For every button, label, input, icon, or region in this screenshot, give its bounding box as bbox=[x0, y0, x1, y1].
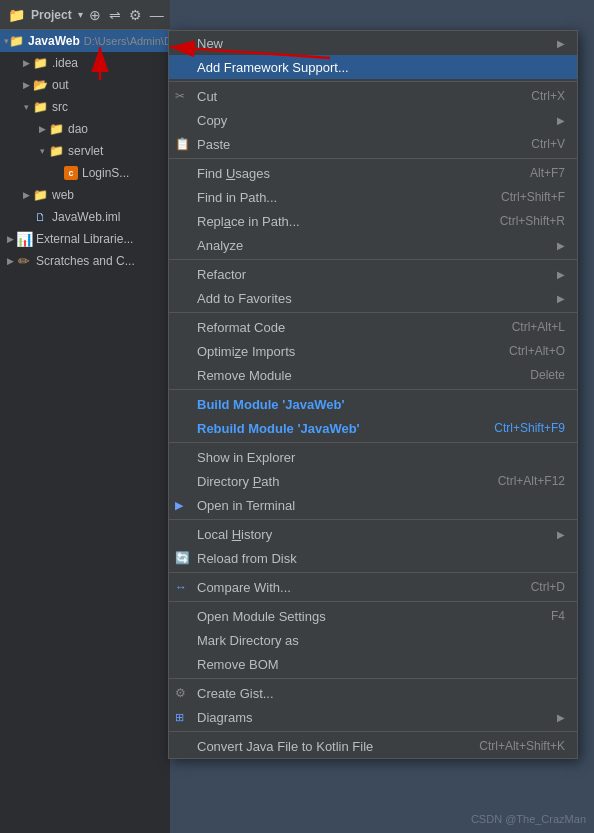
menu-item-rebuild[interactable]: Rebuild Module 'JavaWeb' Ctrl+Shift+F9 bbox=[169, 416, 577, 440]
menu-shortcut-find-usages: Alt+F7 bbox=[530, 166, 565, 180]
menu-label-local-history: Local History bbox=[197, 527, 549, 542]
menu-item-add-framework[interactable]: Add Framework Support... bbox=[169, 55, 577, 79]
tree-arrow-dao: ▶ bbox=[36, 124, 48, 134]
menu-item-favorites[interactable]: Add to Favorites ▶ bbox=[169, 286, 577, 310]
menu-label-compare: Compare With... bbox=[197, 580, 511, 595]
menu-label-create-gist: Create Gist... bbox=[197, 686, 565, 701]
menu-shortcut-compare: Ctrl+D bbox=[531, 580, 565, 594]
menu-label-rebuild: Rebuild Module 'JavaWeb' bbox=[197, 421, 474, 436]
menu-label-mark-dir: Mark Directory as bbox=[197, 633, 565, 648]
menu-item-reload[interactable]: 🔄 Reload from Disk bbox=[169, 546, 577, 570]
paste-icon: 📋 bbox=[175, 137, 190, 151]
tree-item-out[interactable]: ▶ 📂 out bbox=[0, 74, 170, 96]
folder-icon-web: 📁 bbox=[32, 187, 48, 203]
menu-sep-6 bbox=[169, 442, 577, 443]
panel-title: Project bbox=[31, 8, 72, 22]
menu-item-remove-module[interactable]: Remove Module Delete bbox=[169, 363, 577, 387]
menu-item-reformat[interactable]: Reformat Code Ctrl+Alt+L bbox=[169, 315, 577, 339]
menu-item-paste[interactable]: 📋 Paste Ctrl+V bbox=[169, 132, 577, 156]
menu-item-diagrams[interactable]: ⊞ Diagrams ▶ bbox=[169, 705, 577, 729]
tree-item-javaweb[interactable]: ▾ 📁 JavaWeb D:\Users\Admin\Desktop\JavaW… bbox=[0, 30, 170, 52]
menu-item-refactor[interactable]: Refactor ▶ bbox=[169, 262, 577, 286]
panel-dropdown-arrow[interactable]: ▾ bbox=[78, 9, 83, 20]
menu-item-remove-bom[interactable]: Remove BOM bbox=[169, 652, 577, 676]
menu-sep-1 bbox=[169, 81, 577, 82]
java-icon-loginservlet: c bbox=[64, 166, 78, 180]
tree-label-servlet: servlet bbox=[68, 144, 103, 158]
menu-label-optimize: Optimize Imports bbox=[197, 344, 489, 359]
menu-item-mark-dir[interactable]: Mark Directory as bbox=[169, 628, 577, 652]
menu-label-find-usages: Find Usages bbox=[197, 166, 510, 181]
tree-item-extlibs[interactable]: ▶ 📊 External Librarie... bbox=[0, 228, 170, 250]
tree-item-idea[interactable]: ▶ 📁 .idea bbox=[0, 52, 170, 74]
minimize-icon[interactable]: — bbox=[150, 7, 164, 23]
tree-item-loginservlet[interactable]: ▶ c LoginS... bbox=[0, 162, 170, 184]
tree-item-web[interactable]: ▶ 📁 web bbox=[0, 184, 170, 206]
tree-label-javaweb: JavaWeb bbox=[28, 34, 80, 48]
tree-arrow-src: ▾ bbox=[20, 102, 32, 112]
tree-arrow-out: ▶ bbox=[20, 80, 32, 90]
menu-item-show-explorer[interactable]: Show in Explorer bbox=[169, 445, 577, 469]
menu-item-terminal[interactable]: ▶ Open in Terminal bbox=[169, 493, 577, 517]
panel-folder-icon: 📁 bbox=[8, 7, 25, 23]
menu-item-dir-path[interactable]: Directory Path Ctrl+Alt+F12 bbox=[169, 469, 577, 493]
tree-arrow-servlet: ▾ bbox=[36, 146, 48, 156]
project-panel: 📁 Project ▾ ⊕ ⇌ ⚙ — ▾ 📁 JavaWeb D:\Users… bbox=[0, 0, 170, 833]
tree-item-src[interactable]: ▾ 📁 src bbox=[0, 96, 170, 118]
menu-arrow-new: ▶ bbox=[557, 38, 565, 49]
menu-item-build[interactable]: Build Module 'JavaWeb' bbox=[169, 392, 577, 416]
menu-item-convert-kotlin[interactable]: Convert Java File to Kotlin File Ctrl+Al… bbox=[169, 734, 577, 758]
menu-label-remove-module: Remove Module bbox=[197, 368, 510, 383]
tree-item-servlet[interactable]: ▾ 📁 servlet bbox=[0, 140, 170, 162]
menu-item-module-settings[interactable]: Open Module Settings F4 bbox=[169, 604, 577, 628]
panel-toolbar: ⊕ ⇌ ⚙ — bbox=[89, 7, 164, 23]
locate-icon[interactable]: ⊕ bbox=[89, 7, 101, 23]
menu-item-find-path[interactable]: Find in Path... Ctrl+Shift+F bbox=[169, 185, 577, 209]
menu-shortcut-module-settings: F4 bbox=[551, 609, 565, 623]
tree-label-out: out bbox=[52, 78, 69, 92]
menu-label-find-path: Find in Path... bbox=[197, 190, 481, 205]
menu-sep-5 bbox=[169, 389, 577, 390]
menu-sep-11 bbox=[169, 731, 577, 732]
folder-icon-dao: 📁 bbox=[48, 121, 64, 137]
settings-icon[interactable]: ⚙ bbox=[129, 7, 142, 23]
menu-arrow-copy: ▶ bbox=[557, 115, 565, 126]
menu-label-cut: Cut bbox=[197, 89, 511, 104]
menu-item-replace-path[interactable]: Replace in Path... Ctrl+Shift+R bbox=[169, 209, 577, 233]
menu-shortcut-remove-module: Delete bbox=[530, 368, 565, 382]
menu-item-optimize[interactable]: Optimize Imports Ctrl+Alt+O bbox=[169, 339, 577, 363]
menu-item-local-history[interactable]: Local History ▶ bbox=[169, 522, 577, 546]
iml-icon: 🗋 bbox=[32, 209, 48, 225]
menu-label-module-settings: Open Module Settings bbox=[197, 609, 531, 624]
menu-label-convert-kotlin: Convert Java File to Kotlin File bbox=[197, 739, 459, 754]
watermark: CSDN @The_CrazMan bbox=[471, 813, 586, 825]
tree-item-dao[interactable]: ▶ 📁 dao bbox=[0, 118, 170, 140]
tree-label-dao: dao bbox=[68, 122, 88, 136]
tree-label-scratches: Scratches and C... bbox=[36, 254, 135, 268]
menu-item-compare[interactable]: ↔ Compare With... Ctrl+D bbox=[169, 575, 577, 599]
folder-icon-out: 📂 bbox=[32, 77, 48, 93]
menu-shortcut-convert-kotlin: Ctrl+Alt+Shift+K bbox=[479, 739, 565, 753]
menu-label-build: Build Module 'JavaWeb' bbox=[197, 397, 565, 412]
tree-label-iml: JavaWeb.iml bbox=[52, 210, 120, 224]
collapse-icon[interactable]: ⇌ bbox=[109, 7, 121, 23]
menu-item-find-usages[interactable]: Find Usages Alt+F7 bbox=[169, 161, 577, 185]
tree-arrow-web: ▶ bbox=[20, 190, 32, 200]
menu-label-add-framework: Add Framework Support... bbox=[197, 60, 565, 75]
menu-sep-8 bbox=[169, 572, 577, 573]
menu-label-reload: Reload from Disk bbox=[197, 551, 565, 566]
menu-arrow-analyze: ▶ bbox=[557, 240, 565, 251]
menu-item-new[interactable]: New ▶ bbox=[169, 31, 577, 55]
menu-item-analyze[interactable]: Analyze ▶ bbox=[169, 233, 577, 257]
menu-item-create-gist[interactable]: ⚙ Create Gist... bbox=[169, 681, 577, 705]
menu-item-copy[interactable]: Copy ▶ bbox=[169, 108, 577, 132]
menu-label-remove-bom: Remove BOM bbox=[197, 657, 565, 672]
menu-item-cut[interactable]: ✂ Cut Ctrl+X bbox=[169, 84, 577, 108]
tree-item-scratches[interactable]: ▶ ✏ Scratches and C... bbox=[0, 250, 170, 272]
menu-shortcut-reformat: Ctrl+Alt+L bbox=[512, 320, 565, 334]
menu-shortcut-replace-path: Ctrl+Shift+R bbox=[500, 214, 565, 228]
tree-item-iml[interactable]: ▶ 🗋 JavaWeb.iml bbox=[0, 206, 170, 228]
gist-icon: ⚙ bbox=[175, 686, 186, 700]
tree-label-src: src bbox=[52, 100, 68, 114]
tree-label-extlibs: External Librarie... bbox=[36, 232, 133, 246]
